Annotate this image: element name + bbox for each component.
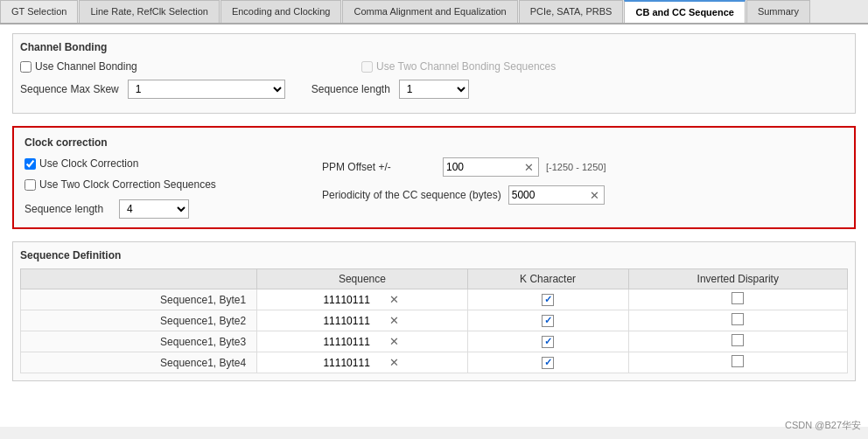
cc-sequence-length-row: Sequence length 4: [24, 199, 304, 219]
sequence-definition-section: Sequence Definition Sequence K Character…: [12, 241, 856, 381]
ppm-offset-label: PPM Offset +/-: [322, 161, 436, 173]
col-header-sequence: Sequence: [257, 269, 468, 289]
seq-row-k-character[interactable]: [467, 289, 628, 310]
seq-row-inverted-disparity[interactable]: [628, 289, 847, 310]
seq-row-sequence[interactable]: ✕: [257, 352, 468, 373]
k-character-checkbox[interactable]: [542, 294, 554, 306]
sequence-max-skew-label: Sequence Max Skew: [20, 83, 119, 95]
main-content: Channel Bonding Use Channel Bonding Use …: [0, 24, 868, 427]
seq-row-inverted-disparity[interactable]: [628, 352, 847, 373]
seq-clear-btn[interactable]: ✕: [388, 336, 401, 347]
tab-bar: GT Selection Line Rate, RefClk Selection…: [0, 0, 868, 24]
col-header-inverted-disparity: Inverted Disparity: [628, 269, 847, 289]
sequence-length-label: Sequence length: [312, 83, 390, 95]
seq-row-label: Sequence1, Byte4: [21, 352, 257, 373]
seq-row-k-character[interactable]: [467, 331, 628, 352]
col-header-name: [21, 269, 257, 289]
sequence-definition-title: Sequence Definition: [20, 249, 848, 261]
seq-row-sequence[interactable]: ✕: [257, 289, 468, 310]
clock-correction-section: Clock correction Use Clock Correction Us…: [12, 126, 856, 229]
channel-bonding-section: Channel Bonding Use Channel Bonding Use …: [12, 33, 856, 114]
use-two-channel-bonding-label: Use Two Channel Bonding Sequences: [361, 60, 556, 73]
use-channel-bonding-checkbox[interactable]: [20, 61, 32, 73]
table-row: Sequence1, Byte3✕: [21, 331, 848, 352]
clock-correction-body: Use Clock Correction Use Two Clock Corre…: [24, 157, 844, 219]
channel-bonding-title: Channel Bonding: [20, 41, 848, 53]
sequence-table: Sequence K Character Inverted Disparity …: [20, 268, 848, 373]
clock-correction-title: Clock correction: [24, 136, 844, 149]
watermark: CSDN @B27华安: [785, 419, 861, 427]
seq-value-input[interactable]: [323, 336, 384, 348]
use-two-channel-bonding-text: Use Two Channel Bonding Sequences: [376, 60, 556, 73]
cc-sequence-length-label: Sequence length: [24, 203, 112, 215]
seq-row-sequence[interactable]: ✕: [257, 310, 468, 331]
channel-bonding-row1: Use Channel Bonding Use Two Channel Bond…: [20, 60, 848, 73]
tab-summary[interactable]: Summary: [746, 0, 810, 23]
ppm-offset-range: [-1250 - 1250]: [546, 162, 606, 172]
use-two-clock-correction-text: Use Two Clock Correction Sequences: [39, 178, 216, 191]
seq-row-sequence[interactable]: ✕: [257, 331, 468, 352]
k-character-checkbox[interactable]: [542, 357, 554, 369]
use-clock-correction-label[interactable]: Use Clock Correction: [24, 157, 182, 170]
sequence-length-select[interactable]: 1: [399, 80, 469, 99]
ppm-offset-input[interactable]: [446, 161, 522, 173]
use-clock-correction-checkbox[interactable]: [24, 158, 36, 170]
seq-row-inverted-disparity[interactable]: [628, 310, 847, 331]
tab-gt-selection[interactable]: GT Selection: [0, 0, 78, 23]
table-row: Sequence1, Byte1✕: [21, 289, 848, 310]
col-header-k-character: K Character: [467, 269, 628, 289]
use-channel-bonding-text: Use Channel Bonding: [35, 60, 137, 73]
periodicity-clear-btn[interactable]: ✕: [588, 190, 601, 201]
ppm-offset-input-wrapper[interactable]: ✕: [443, 157, 539, 177]
seq-row-label: Sequence1, Byte1: [21, 289, 257, 310]
ppm-offset-clear-btn[interactable]: ✕: [522, 162, 536, 173]
clock-correction-right: PPM Offset +/- ✕ [-1250 - 1250] Periodic…: [322, 157, 844, 219]
use-two-clock-correction-checkbox[interactable]: [24, 179, 36, 191]
use-clock-correction-text: Use Clock Correction: [39, 157, 138, 170]
table-row: Sequence1, Byte4✕: [21, 352, 848, 373]
use-two-clock-correction-label[interactable]: Use Two Clock Correction Sequences: [24, 178, 216, 191]
table-header-row: Sequence K Character Inverted Disparity: [21, 269, 848, 289]
inverted-disparity-checkbox[interactable]: [732, 355, 744, 367]
seq-value-input[interactable]: [323, 294, 384, 306]
use-clock-correction-row: Use Clock Correction: [24, 157, 304, 170]
tab-pcie-sata[interactable]: PCIe, SATA, PRBS: [519, 0, 624, 23]
tab-line-rate[interactable]: Line Rate, RefClk Selection: [79, 0, 220, 23]
k-character-checkbox[interactable]: [542, 336, 554, 348]
seq-row-k-character[interactable]: [467, 310, 628, 331]
seq-value-input[interactable]: [323, 357, 384, 369]
table-row: Sequence1, Byte2✕: [21, 310, 848, 331]
seq-row-label: Sequence1, Byte2: [21, 310, 257, 331]
seq-row-k-character[interactable]: [467, 352, 628, 373]
ppm-offset-row: PPM Offset +/- ✕ [-1250 - 1250]: [322, 157, 844, 177]
tab-encoding-clocking[interactable]: Encoding and Clocking: [220, 0, 342, 23]
periodicity-input-wrapper[interactable]: ✕: [508, 185, 605, 205]
tab-comma-alignment[interactable]: Comma Alignment and Equalization: [342, 0, 517, 23]
seq-clear-btn[interactable]: ✕: [388, 294, 401, 305]
k-character-checkbox[interactable]: [542, 315, 554, 327]
sequence-max-skew-row: Sequence Max Skew 1 Sequence length 1: [20, 80, 848, 99]
inverted-disparity-checkbox[interactable]: [732, 334, 744, 346]
seq-clear-btn[interactable]: ✕: [388, 357, 401, 368]
seq-row-label: Sequence1, Byte3: [21, 331, 257, 352]
use-channel-bonding-label[interactable]: Use Channel Bonding: [20, 60, 178, 73]
periodicity-input[interactable]: [512, 189, 588, 201]
seq-value-input[interactable]: [323, 315, 384, 327]
inverted-disparity-checkbox[interactable]: [732, 313, 744, 325]
tab-cb-cc-sequence[interactable]: CB and CC Sequence: [624, 0, 745, 23]
seq-row-inverted-disparity[interactable]: [628, 331, 847, 352]
sequence-max-skew-select[interactable]: 1: [128, 80, 285, 99]
cc-sequence-length-select[interactable]: 4: [119, 199, 189, 219]
periodicity-label: Periodicity of the CC sequence (bytes): [322, 189, 501, 201]
use-two-channel-bonding-checkbox: [361, 61, 373, 73]
periodicity-row: Periodicity of the CC sequence (bytes) ✕: [322, 185, 844, 205]
clock-correction-left: Use Clock Correction Use Two Clock Corre…: [24, 157, 304, 219]
use-two-clock-correction-row: Use Two Clock Correction Sequences: [24, 178, 304, 191]
inverted-disparity-checkbox[interactable]: [732, 292, 744, 304]
seq-clear-btn[interactable]: ✕: [388, 315, 401, 326]
